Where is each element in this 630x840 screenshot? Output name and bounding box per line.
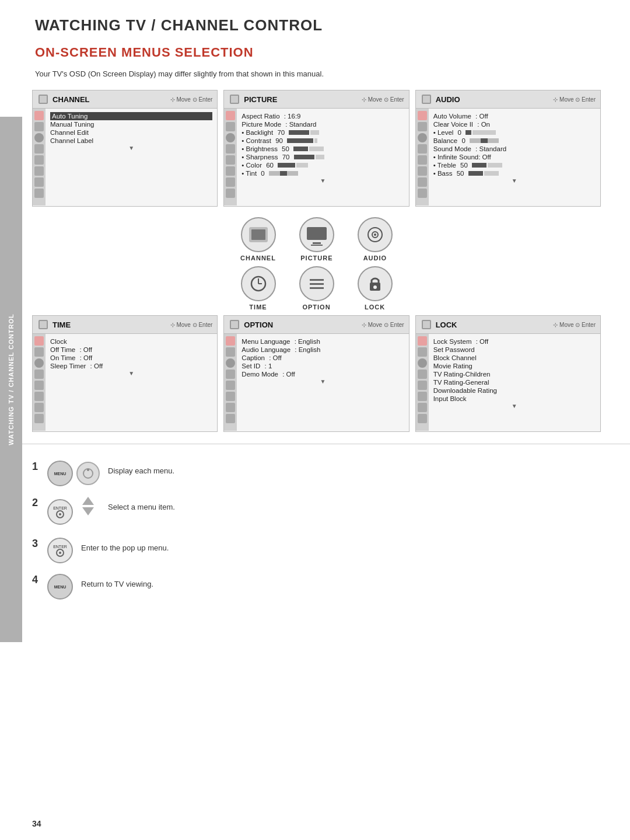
menu-item: Auto Volume : Off [433, 112, 596, 120]
menu-sidebar-icon [34, 336, 44, 346]
menu-item: Channel Label [50, 137, 212, 145]
menu-item: Channel Edit [50, 128, 212, 137]
menu-item: Audio Language : English [242, 346, 404, 354]
menu-item: Lock System : Off [433, 337, 596, 346]
menu-item: Manual Tuning [50, 120, 212, 128]
menu-sidebar-icon [418, 155, 427, 165]
menu-icons-col [33, 334, 46, 431]
step-number: 2 [32, 497, 39, 509]
menu-sidebar-icon [418, 403, 427, 412]
enter-button[interactable]: ENTER [47, 538, 73, 563]
menu-button[interactable]: MENU [47, 574, 73, 599]
menu-sidebar-icon [34, 111, 44, 120]
menu-sidebar-icon [226, 155, 235, 165]
menu-sidebar-icon [418, 358, 427, 368]
icon-btn-audio[interactable]: AUDIO [358, 217, 393, 262]
step-icons: MENU [47, 461, 100, 486]
menu-body: Menu Language : English Audio Language :… [224, 334, 408, 431]
menu-sidebar-icon [34, 392, 44, 401]
menu-body: Clock Off Time : Off On Time : Off Sleep… [33, 334, 217, 431]
sidebar-label: WATCHING TV / CHANNEL CONTROL [8, 313, 15, 445]
icon-circle-option[interactable] [299, 266, 334, 301]
icon-label-lock: LOCK [365, 304, 385, 311]
icon-btn-picture[interactable]: PICTURE [299, 217, 334, 262]
menu-content: Auto Volume : Off Clear Voice II : On • … [429, 109, 600, 205]
page-title: WATCHING TV / CHANNEL CONTROL [0, 0, 630, 34]
page-number: 34 [32, 819, 41, 828]
menu-sidebar-icon [34, 370, 44, 379]
menu-sidebar-icon [418, 166, 427, 176]
svg-point-8 [374, 233, 376, 236]
icon-btn-time[interactable]: TIME [241, 266, 276, 311]
menu-sidebar-icon [418, 414, 427, 423]
menu-header-icon [37, 93, 49, 105]
step-text: Enter to the pop up menu. [81, 538, 169, 552]
icon-circle-time[interactable] [241, 266, 276, 301]
menu-sidebar-icon [226, 370, 235, 379]
menu-icons-col [33, 109, 46, 205]
enter-inner [56, 549, 64, 557]
icon-btn-lock[interactable]: LOCK [358, 266, 393, 311]
menu-content: Clock Off Time : Off On Time : Off Sleep… [46, 334, 217, 431]
menu-sidebar-icon [34, 177, 44, 187]
menu-sidebar-icon [226, 414, 235, 423]
menu-item: Set Password [433, 346, 596, 354]
enter-button[interactable]: ENTER [47, 499, 73, 525]
menu-sidebar-icon [226, 392, 235, 401]
menu-item: Off Time : Off [50, 346, 212, 354]
menu-button[interactable]: MENU [47, 461, 73, 486]
top-menus-row: CHANNEL ⊹ Move ⊙ Enter Auto TuningManual… [32, 90, 601, 207]
menu-header-icon [229, 93, 240, 105]
icon-circle-picture[interactable] [299, 217, 334, 252]
menu-nav: ⊹ Move ⊙ Enter [362, 96, 404, 103]
enter-inner [56, 510, 64, 518]
menu-content: Menu Language : English Audio Language :… [237, 334, 408, 431]
instructions-section: 1 MENU Display each menu. 2 ENTER Select… [0, 444, 630, 622]
nav-button[interactable] [76, 497, 100, 527]
scroll-arrow: ▼ [50, 145, 212, 151]
menu-item: Sleep Timer : Off [50, 362, 212, 370]
menu-header: TIME ⊹ Move ⊙ Enter [33, 316, 217, 334]
instruction-step-1: 1 MENU Display each menu. [32, 461, 598, 486]
menu-title: CHANNEL [52, 95, 167, 104]
menu-box-channel: CHANNEL ⊹ Move ⊙ Enter Auto TuningManual… [32, 90, 218, 207]
menu-body: Aspect Ratio : 16:9 Picture Mode : Stand… [224, 109, 408, 205]
icon-circle-lock[interactable] [358, 266, 393, 301]
instruction-step-2: 2 ENTER Select a menu item. [32, 497, 598, 527]
menu-item: Clock [50, 337, 212, 346]
menu-sidebar-icon [34, 381, 44, 390]
instruction-step-4: 4 MENU Return to TV viewing. [32, 574, 598, 599]
menu-box-audio: AUDIO ⊹ Move ⊙ Enter Auto Volume : Off C… [415, 90, 601, 207]
icon-label-audio: AUDIO [363, 255, 387, 262]
nav-up[interactable] [82, 497, 94, 505]
enter-label: ENTER [53, 506, 67, 510]
menu-title: AUDIO [436, 95, 550, 104]
scroll-arrow: ▼ [242, 378, 404, 385]
menu-btn-label: MENU [54, 585, 66, 589]
menu-box-lock: LOCK ⊹ Move ⊙ Enter Lock System : Off Se… [415, 315, 601, 432]
icon-circle-channel[interactable] [241, 217, 276, 252]
menu-header-icon [421, 93, 432, 105]
menu-header: PICTURE ⊹ Move ⊙ Enter [224, 90, 408, 109]
menu-item: On Time : Off [50, 354, 212, 362]
menu-sidebar-icon [226, 166, 235, 176]
menu-item: • Backlight 70 [242, 128, 404, 137]
menu-item: Caption : Off [242, 354, 404, 362]
icon-circle-audio[interactable] [358, 217, 393, 252]
menu-title: LOCK [436, 320, 550, 329]
menu-sidebar-icon [226, 336, 235, 346]
menu-sidebar-icon [34, 403, 44, 412]
section-title: ON-SCREEN MENUS SELECTION [0, 34, 630, 60]
icon-btn-channel[interactable]: CHANNEL [240, 217, 276, 262]
icon-btn-option[interactable]: OPTION [299, 266, 334, 311]
menu-content: Lock System : Off Set PasswordBlock Chan… [429, 334, 600, 431]
menu-sidebar-icon [418, 133, 427, 142]
menu-sidebar-icon [34, 414, 44, 423]
menu-item: • Tint 0 [242, 169, 404, 177]
menu-header: AUDIO ⊹ Move ⊙ Enter [416, 90, 600, 109]
icon-label-time: TIME [249, 304, 267, 311]
dial-button[interactable] [76, 462, 100, 485]
menu-sidebar-icon [226, 133, 235, 142]
nav-down[interactable] [82, 507, 94, 515]
svg-rect-12 [310, 279, 324, 281]
